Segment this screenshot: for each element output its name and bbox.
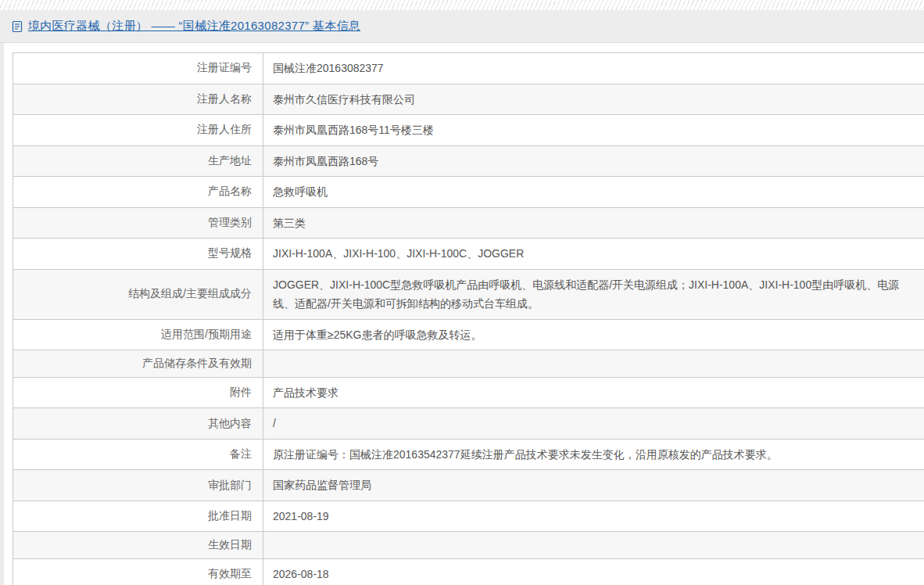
row-label: 生产地址 — [13, 145, 263, 177]
row-value: 泰州市凤凰西路168号11号楼三楼 — [263, 115, 924, 146]
table-row: 有效期至2026-08-18 — [13, 558, 924, 585]
row-value: 2026-08-18 — [263, 558, 924, 585]
row-value: 原注册证编号：国械注准20163542377延续注册产品技术要求未发生变化，沿用… — [263, 439, 924, 470]
row-value: 第三类 — [263, 207, 924, 239]
row-label: 注册人住所 — [13, 115, 263, 146]
table-row: 管理类别第三类 — [13, 207, 924, 239]
table-row: 生效日期 — [13, 532, 924, 559]
row-value: / — [263, 408, 924, 440]
row-label: 产品名称 — [13, 177, 263, 208]
table-row: 注册证编号国械注准20163082377 — [13, 53, 924, 84]
row-value: 急救呼吸机 — [263, 177, 924, 208]
row-label: 产品储存条件及有效期 — [13, 350, 263, 378]
registration-info-table: 注册证编号国械注准20163082377注册人名称泰州市久信医疗科技有限公司注册… — [13, 52, 924, 585]
table-row: 注册人名称泰州市久信医疗科技有限公司 — [13, 84, 924, 115]
row-value: 国家药品监督管理局 — [263, 470, 924, 501]
row-value — [263, 532, 924, 559]
page-edge-strip — [0, 43, 4, 585]
table-row: 批准日期2021-08-19 — [13, 501, 924, 532]
table-row: 附件产品技术要求 — [13, 377, 924, 408]
page-title: 境内医疗器械（注册） —— “国械注准20163082377” 基本信息 — [28, 19, 360, 34]
section-header-bar: 境内医疗器械（注册） —— “国械注准20163082377” 基本信息 — [0, 10, 924, 43]
row-label: 审批部门 — [13, 470, 263, 501]
row-value: 产品技术要求 — [263, 377, 924, 408]
row-value: 泰州市凤凰西路168号 — [263, 145, 924, 177]
row-value: JIXI-H-100A、JIXI-H-100、JIXI-H-100C、JOGGE… — [263, 239, 924, 270]
table-row: 结构及组成/主要组成成分JOGGER、JIXI-H-100C型急救呼吸机产品由呼… — [13, 269, 924, 319]
table-row: 审批部门国家药品监督管理局 — [13, 470, 924, 501]
row-label: 有效期至 — [13, 558, 263, 585]
decorative-stripe-band — [0, 0, 924, 10]
table-row: 其他内容/ — [13, 408, 924, 440]
row-value — [263, 350, 924, 378]
row-label: 管理类别 — [13, 207, 263, 239]
content-area: 注册证编号国械注准20163082377注册人名称泰州市久信医疗科技有限公司注册… — [0, 43, 924, 585]
row-label: 注册证编号 — [13, 53, 263, 84]
document-icon — [11, 20, 23, 33]
row-label: 批准日期 — [13, 501, 263, 532]
table-row: 适用范围/预期用途适用于体重≥25KG患者的呼吸急救及转运。 — [13, 319, 924, 350]
row-value: 国械注准20163082377 — [263, 53, 924, 84]
row-label: 注册人名称 — [13, 84, 263, 115]
row-label: 型号规格 — [13, 239, 263, 270]
row-value: 2021-08-19 — [263, 501, 924, 532]
row-label: 结构及组成/主要组成成分 — [13, 269, 263, 319]
row-value: JOGGER、JIXI-H-100C型急救呼吸机产品由呼吸机、电源线和适配器/开… — [263, 269, 924, 319]
row-value: 泰州市久信医疗科技有限公司 — [263, 84, 924, 115]
table-row: 注册人住所泰州市凤凰西路168号11号楼三楼 — [13, 115, 924, 146]
table-row: 备注原注册证编号：国械注准20163542377延续注册产品技术要求未发生变化，… — [13, 439, 924, 470]
row-label: 适用范围/预期用途 — [13, 319, 263, 350]
table-row: 产品储存条件及有效期 — [13, 350, 924, 378]
table-row: 型号规格JIXI-H-100A、JIXI-H-100、JIXI-H-100C、J… — [13, 239, 924, 270]
row-label: 备注 — [13, 439, 263, 470]
row-label: 附件 — [13, 377, 263, 408]
row-value: 适用于体重≥25KG患者的呼吸急救及转运。 — [263, 319, 924, 350]
row-label: 其他内容 — [13, 408, 263, 440]
table-row: 生产地址泰州市凤凰西路168号 — [13, 145, 924, 177]
table-row: 产品名称急救呼吸机 — [13, 177, 924, 208]
row-label: 生效日期 — [13, 532, 263, 559]
